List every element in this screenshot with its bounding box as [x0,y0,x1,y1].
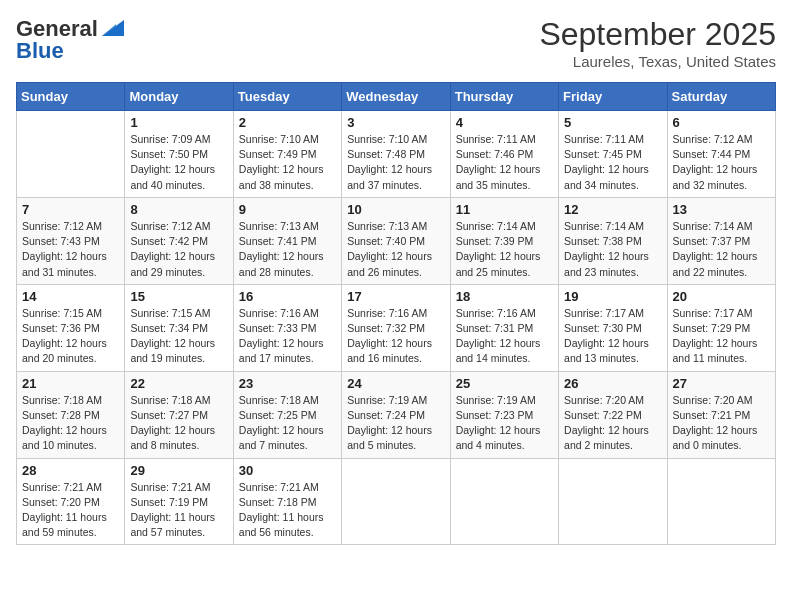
calendar-cell: 2Sunrise: 7:10 AM Sunset: 7:49 PM Daylig… [233,111,341,198]
day-number: 19 [564,289,661,304]
day-info: Sunrise: 7:10 AM Sunset: 7:48 PM Dayligh… [347,132,444,193]
day-number: 12 [564,202,661,217]
calendar-cell: 7Sunrise: 7:12 AM Sunset: 7:43 PM Daylig… [17,197,125,284]
day-info: Sunrise: 7:16 AM Sunset: 7:33 PM Dayligh… [239,306,336,367]
calendar-cell: 22Sunrise: 7:18 AM Sunset: 7:27 PM Dayli… [125,371,233,458]
week-row-2: 7Sunrise: 7:12 AM Sunset: 7:43 PM Daylig… [17,197,776,284]
day-number: 8 [130,202,227,217]
calendar-cell: 26Sunrise: 7:20 AM Sunset: 7:22 PM Dayli… [559,371,667,458]
day-number: 5 [564,115,661,130]
col-header-friday: Friday [559,83,667,111]
calendar-cell: 28Sunrise: 7:21 AM Sunset: 7:20 PM Dayli… [17,458,125,545]
day-info: Sunrise: 7:14 AM Sunset: 7:38 PM Dayligh… [564,219,661,280]
logo: General Blue [16,16,124,64]
day-number: 10 [347,202,444,217]
calendar-cell: 10Sunrise: 7:13 AM Sunset: 7:40 PM Dayli… [342,197,450,284]
col-header-thursday: Thursday [450,83,558,111]
calendar-cell: 12Sunrise: 7:14 AM Sunset: 7:38 PM Dayli… [559,197,667,284]
header-row: SundayMondayTuesdayWednesdayThursdayFrid… [17,83,776,111]
day-info: Sunrise: 7:18 AM Sunset: 7:28 PM Dayligh… [22,393,119,454]
day-info: Sunrise: 7:17 AM Sunset: 7:29 PM Dayligh… [673,306,770,367]
day-info: Sunrise: 7:21 AM Sunset: 7:20 PM Dayligh… [22,480,119,541]
day-info: Sunrise: 7:19 AM Sunset: 7:23 PM Dayligh… [456,393,553,454]
day-info: Sunrise: 7:21 AM Sunset: 7:19 PM Dayligh… [130,480,227,541]
day-number: 1 [130,115,227,130]
day-info: Sunrise: 7:11 AM Sunset: 7:46 PM Dayligh… [456,132,553,193]
day-number: 29 [130,463,227,478]
page-header: General Blue September 2025 Laureles, Te… [16,16,776,70]
day-info: Sunrise: 7:20 AM Sunset: 7:22 PM Dayligh… [564,393,661,454]
calendar-cell: 18Sunrise: 7:16 AM Sunset: 7:31 PM Dayli… [450,284,558,371]
calendar-cell: 19Sunrise: 7:17 AM Sunset: 7:30 PM Dayli… [559,284,667,371]
week-row-3: 14Sunrise: 7:15 AM Sunset: 7:36 PM Dayli… [17,284,776,371]
day-number: 23 [239,376,336,391]
week-row-1: 1Sunrise: 7:09 AM Sunset: 7:50 PM Daylig… [17,111,776,198]
calendar-cell: 20Sunrise: 7:17 AM Sunset: 7:29 PM Dayli… [667,284,775,371]
day-number: 20 [673,289,770,304]
col-header-wednesday: Wednesday [342,83,450,111]
calendar-cell [559,458,667,545]
day-number: 25 [456,376,553,391]
day-number: 26 [564,376,661,391]
svg-marker-1 [102,24,116,36]
week-row-4: 21Sunrise: 7:18 AM Sunset: 7:28 PM Dayli… [17,371,776,458]
day-number: 15 [130,289,227,304]
day-info: Sunrise: 7:19 AM Sunset: 7:24 PM Dayligh… [347,393,444,454]
day-info: Sunrise: 7:18 AM Sunset: 7:27 PM Dayligh… [130,393,227,454]
day-number: 30 [239,463,336,478]
day-info: Sunrise: 7:14 AM Sunset: 7:39 PM Dayligh… [456,219,553,280]
month-title: September 2025 [539,16,776,53]
calendar-cell: 3Sunrise: 7:10 AM Sunset: 7:48 PM Daylig… [342,111,450,198]
col-header-tuesday: Tuesday [233,83,341,111]
calendar-cell: 27Sunrise: 7:20 AM Sunset: 7:21 PM Dayli… [667,371,775,458]
calendar-cell: 21Sunrise: 7:18 AM Sunset: 7:28 PM Dayli… [17,371,125,458]
calendar-cell [667,458,775,545]
calendar-cell: 15Sunrise: 7:15 AM Sunset: 7:34 PM Dayli… [125,284,233,371]
day-number: 11 [456,202,553,217]
day-info: Sunrise: 7:12 AM Sunset: 7:42 PM Dayligh… [130,219,227,280]
day-number: 21 [22,376,119,391]
day-info: Sunrise: 7:20 AM Sunset: 7:21 PM Dayligh… [673,393,770,454]
day-number: 18 [456,289,553,304]
day-info: Sunrise: 7:15 AM Sunset: 7:34 PM Dayligh… [130,306,227,367]
calendar-cell: 6Sunrise: 7:12 AM Sunset: 7:44 PM Daylig… [667,111,775,198]
calendar-cell: 5Sunrise: 7:11 AM Sunset: 7:45 PM Daylig… [559,111,667,198]
day-info: Sunrise: 7:12 AM Sunset: 7:43 PM Dayligh… [22,219,119,280]
calendar-table: SundayMondayTuesdayWednesdayThursdayFrid… [16,82,776,545]
logo-icon [102,20,124,36]
day-number: 13 [673,202,770,217]
day-number: 2 [239,115,336,130]
day-info: Sunrise: 7:13 AM Sunset: 7:40 PM Dayligh… [347,219,444,280]
day-info: Sunrise: 7:18 AM Sunset: 7:25 PM Dayligh… [239,393,336,454]
day-number: 7 [22,202,119,217]
day-number: 9 [239,202,336,217]
calendar-cell: 25Sunrise: 7:19 AM Sunset: 7:23 PM Dayli… [450,371,558,458]
title-block: September 2025 Laureles, Texas, United S… [539,16,776,70]
day-info: Sunrise: 7:12 AM Sunset: 7:44 PM Dayligh… [673,132,770,193]
col-header-sunday: Sunday [17,83,125,111]
calendar-cell: 23Sunrise: 7:18 AM Sunset: 7:25 PM Dayli… [233,371,341,458]
calendar-cell [17,111,125,198]
col-header-monday: Monday [125,83,233,111]
calendar-cell: 13Sunrise: 7:14 AM Sunset: 7:37 PM Dayli… [667,197,775,284]
day-number: 3 [347,115,444,130]
calendar-cell: 16Sunrise: 7:16 AM Sunset: 7:33 PM Dayli… [233,284,341,371]
day-number: 24 [347,376,444,391]
day-info: Sunrise: 7:11 AM Sunset: 7:45 PM Dayligh… [564,132,661,193]
calendar-cell: 1Sunrise: 7:09 AM Sunset: 7:50 PM Daylig… [125,111,233,198]
calendar-cell: 14Sunrise: 7:15 AM Sunset: 7:36 PM Dayli… [17,284,125,371]
calendar-cell: 17Sunrise: 7:16 AM Sunset: 7:32 PM Dayli… [342,284,450,371]
day-number: 16 [239,289,336,304]
day-info: Sunrise: 7:14 AM Sunset: 7:37 PM Dayligh… [673,219,770,280]
day-info: Sunrise: 7:16 AM Sunset: 7:31 PM Dayligh… [456,306,553,367]
day-info: Sunrise: 7:17 AM Sunset: 7:30 PM Dayligh… [564,306,661,367]
calendar-cell: 30Sunrise: 7:21 AM Sunset: 7:18 PM Dayli… [233,458,341,545]
day-number: 27 [673,376,770,391]
day-info: Sunrise: 7:10 AM Sunset: 7:49 PM Dayligh… [239,132,336,193]
calendar-cell: 8Sunrise: 7:12 AM Sunset: 7:42 PM Daylig… [125,197,233,284]
day-number: 4 [456,115,553,130]
day-info: Sunrise: 7:09 AM Sunset: 7:50 PM Dayligh… [130,132,227,193]
calendar-cell [342,458,450,545]
day-info: Sunrise: 7:16 AM Sunset: 7:32 PM Dayligh… [347,306,444,367]
calendar-cell: 11Sunrise: 7:14 AM Sunset: 7:39 PM Dayli… [450,197,558,284]
